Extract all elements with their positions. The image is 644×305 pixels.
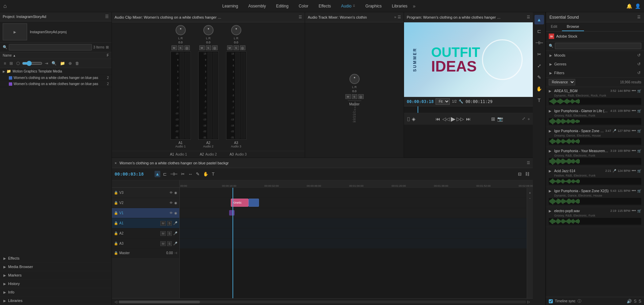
find-btn[interactable]: 🔍 — [51, 60, 58, 66]
v1-eye-icon[interactable]: 👁 — [169, 211, 173, 215]
a1-m-btn[interactable]: M — [160, 221, 166, 226]
thumbnail-view-icon[interactable]: ⊞ — [106, 45, 109, 49]
play-btn[interactable]: ▶ — [451, 115, 456, 123]
music-play-3[interactable]: ▶ — [549, 149, 553, 153]
delete-btn[interactable]: 🗑 — [74, 60, 80, 66]
program-menu-icon[interactable]: ☰ — [527, 15, 530, 19]
tool-hand[interactable]: ✋ — [535, 84, 544, 94]
notification-icon[interactable]: 🔔 — [626, 3, 632, 9]
music-dots-3[interactable]: ••• — [631, 148, 636, 153]
master-knob[interactable] — [349, 74, 360, 84]
expand-btn[interactable]: ⤢ — [522, 116, 525, 122]
slip-tool-btn[interactable]: ↔ — [187, 171, 193, 177]
v2-lock-icon[interactable]: 🔒 — [114, 201, 118, 205]
music-dots-2[interactable]: ••• — [631, 128, 636, 133]
track-mixer-menu-icon[interactable]: ☰ — [398, 15, 401, 19]
a3-lock-icon[interactable]: 🔒 — [114, 242, 118, 245]
timeline-scrollbar[interactable] — [119, 301, 526, 303]
master-icon[interactable]: ⊣ — [174, 251, 177, 255]
genres-reset-icon[interactable]: ↺ — [637, 62, 641, 66]
zoom-out-icon[interactable]: - — [529, 196, 530, 200]
music-item-3[interactable]: ▶Igor Pumphonia - Your Measurement (O…3:… — [546, 147, 644, 167]
music-cart-4[interactable]: 🛒 — [637, 169, 641, 173]
nav-graphics[interactable]: Graphics — [361, 2, 386, 10]
a3-s-btn[interactable]: S — [167, 241, 172, 246]
v3-lock-icon[interactable]: 🔒 — [114, 191, 118, 195]
add-marker-btn[interactable]: ◈ — [412, 116, 416, 122]
btn-a2-s[interactable]: S — [206, 45, 211, 50]
clip-kinetic[interactable]: Kinetic — [231, 199, 248, 207]
section-media-browser[interactable]: ▶ Media Browser — [0, 263, 112, 271]
clips-row-v2[interactable]: Kinetic — [180, 198, 533, 208]
btn-master-m[interactable]: M — [345, 94, 351, 99]
essential-menu-icon[interactable]: ☰ — [637, 15, 641, 19]
search-icon[interactable]: 🔍 — [3, 45, 7, 49]
v3-toggle-icon[interactable]: ◉ — [174, 191, 177, 195]
channel-a3-knob[interactable] — [231, 25, 241, 35]
btn-a1-s[interactable]: S — [178, 45, 183, 50]
section-effects[interactable]: ▶ Effects — [0, 254, 112, 263]
freeform-btn[interactable]: ⬡ — [15, 60, 21, 66]
filter-filters[interactable]: ▶ Filters ↺ — [546, 68, 644, 77]
track-mixer-more-icon[interactable]: » — [394, 15, 396, 19]
music-item-0[interactable]: ▶AREA 51_BGM3:52144 BPM•••🛒Dynamic, R&B,… — [546, 87, 644, 107]
btn-a3-s[interactable]: S — [234, 45, 239, 50]
music-dots-5[interactable]: ••• — [631, 188, 636, 193]
new-item-btn[interactable]: ⊕ — [67, 60, 73, 66]
monitor-timeline-bar[interactable] — [404, 106, 533, 113]
btn-a3-o[interactable]: ◎ — [240, 45, 245, 50]
a1-mic-icon[interactable]: 🎤 — [173, 221, 177, 225]
clip-purple[interactable] — [229, 210, 235, 216]
prev-frame-btn[interactable]: ◁◁ — [442, 116, 450, 122]
v3-eye-icon[interactable]: 👁 — [169, 191, 173, 195]
file-item-0[interactable]: Women's clothing on a white clothes hang… — [0, 75, 112, 81]
step-back-btn[interactable]: ⏮ — [436, 116, 440, 122]
timeline-sync-checkbox[interactable] — [549, 299, 553, 303]
btn-master-s[interactable]: S — [352, 94, 357, 99]
nav-effects[interactable]: Effects — [314, 2, 336, 10]
clips-row-v3[interactable] — [180, 188, 533, 198]
nav-more-icon[interactable]: » — [413, 3, 416, 9]
moods-reset-icon[interactable]: ↺ — [637, 53, 641, 58]
music-play-0[interactable]: ▶ — [549, 89, 553, 93]
linked-select-btn[interactable]: ⛓ — [524, 171, 530, 177]
clips-row-a1[interactable] — [180, 218, 533, 228]
wrench-icon[interactable]: 🔧 — [459, 99, 463, 104]
section-info[interactable]: ▶ Info — [0, 288, 112, 297]
volume-icon[interactable]: 🔊 — [627, 299, 632, 304]
nav-learning[interactable]: Learning — [218, 2, 243, 10]
music-item-6[interactable]: ▶electro pop8.wav2:19115 BPM•••🛒Groovy, … — [546, 207, 644, 227]
nav-color[interactable]: Color — [294, 2, 313, 10]
music-item-5[interactable]: ▶Igor Pumphonia - Space Zone X2(5)5:4312… — [546, 187, 644, 207]
next-frame-btn[interactable]: ▷▷ — [457, 116, 464, 122]
pen-tool-btn[interactable]: ✎ — [195, 171, 200, 177]
btn-a1-o[interactable]: ◎ — [184, 45, 190, 50]
tool-type[interactable]: T — [535, 96, 544, 105]
section-libraries[interactable]: ▶ Libraries — [0, 297, 112, 305]
zoom-slider[interactable] — [22, 61, 42, 66]
filters-reset-icon[interactable]: ↺ — [637, 70, 641, 75]
music-play-6[interactable]: ▶ — [549, 209, 553, 213]
music-cart-2[interactable]: 🛒 — [637, 129, 641, 133]
btn-a3-m[interactable]: M — [227, 45, 233, 50]
btn-a2-o[interactable]: ◎ — [212, 45, 218, 50]
music-cart-3[interactable]: 🛒 — [637, 149, 641, 153]
tab-edit[interactable]: Edit — [546, 22, 562, 31]
filter-genres[interactable]: ▶ Genres ↺ — [546, 60, 644, 68]
hand-tool-btn[interactable]: ✋ — [202, 171, 209, 177]
ripple-edit-btn[interactable]: ⊣⊢ — [169, 171, 178, 177]
tool-track-select[interactable]: ⊏ — [535, 26, 544, 36]
tool-pen[interactable]: ✎ — [535, 73, 544, 82]
folder-item-mogrt[interactable]: ▶ 📁 Motion Graphics Template Media — [0, 68, 112, 75]
music-dots-0[interactable]: ••• — [631, 88, 636, 93]
music-play-5[interactable]: ▶ — [549, 189, 553, 193]
fit-select[interactable]: Fit — [436, 98, 450, 105]
track-select-tool-btn[interactable]: ⊏ — [162, 171, 167, 177]
nav-assembly[interactable]: Assembly — [243, 2, 270, 10]
tool-ripple[interactable]: ⊣⊢ — [535, 38, 544, 47]
section-history[interactable]: ▶ History — [0, 280, 112, 288]
audio-mixer-menu-icon[interactable]: ☰ — [299, 15, 302, 19]
music-cart-1[interactable]: 🛒 — [637, 109, 641, 113]
v2-eye-icon[interactable]: 👁 — [169, 201, 173, 205]
clips-row-v1[interactable] — [180, 208, 533, 218]
